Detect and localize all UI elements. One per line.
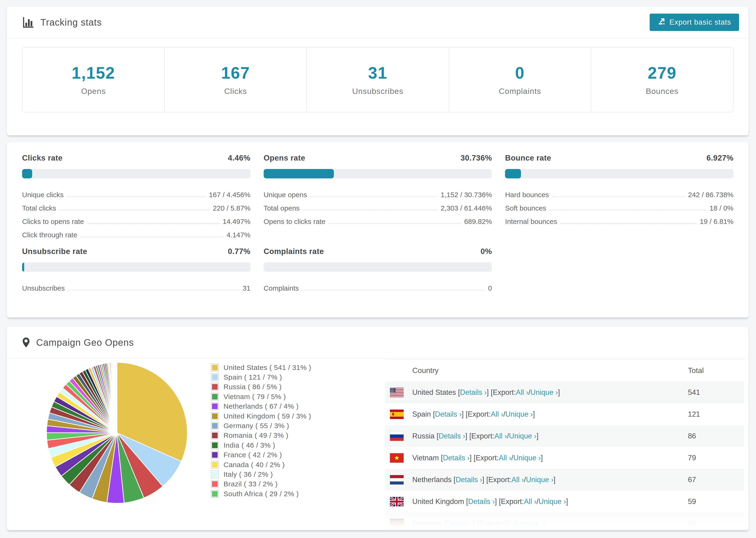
legend-label: United Kingdom ( 59 / 3% ) xyxy=(224,412,311,420)
details-link[interactable]: Details › xyxy=(446,519,473,528)
rate-detail-row-soft-bounces: Soft bounces18 / 0% xyxy=(505,200,733,213)
stat-card-complaints: 0Complaints xyxy=(449,47,591,112)
rate-detail-label: Soft bounces xyxy=(505,204,546,213)
rate-detail-row-total-opens: Total opens2,303 / 61.446% xyxy=(264,200,492,213)
export-unique-link[interactable]: Unique › xyxy=(530,388,558,397)
bracket: [ xyxy=(441,454,443,462)
legend-swatch-color xyxy=(212,462,218,467)
rate-card-header: Clicks rate4.46% xyxy=(22,153,250,162)
legend-swatch xyxy=(211,431,219,439)
rate-card-header: Unsubscribe rate0.77% xyxy=(22,247,250,256)
rate-detail-rows: Unsubscribes31 xyxy=(22,280,250,293)
export-all-link[interactable]: All › xyxy=(495,432,507,440)
rate-detail-label: Click through rate xyxy=(22,231,77,240)
legend-item-italy: Italy ( 36 / 2% ) xyxy=(211,469,311,479)
export-all-link[interactable]: All › xyxy=(524,497,536,506)
export-basic-stats-label: Export basic stats xyxy=(669,18,731,27)
geo-row-united-states: United States [Details ›] [Export: All ›… xyxy=(385,381,744,403)
legend-swatch-color xyxy=(212,404,218,409)
details-link[interactable]: Details › xyxy=(439,432,465,440)
rate-detail-label: Unique opens xyxy=(264,191,307,200)
legend-item-south-africa: South Africa ( 29 / 2% ) xyxy=(211,489,311,499)
legend-swatch-color xyxy=(212,413,218,419)
pie-legend: United States ( 541 / 31% )Spain ( 121 /… xyxy=(211,363,311,499)
legend-label: Spain ( 121 / 7% ) xyxy=(224,373,282,381)
geo-row-united-kingdom: United Kingdom [Details ›] [Export: All … xyxy=(385,491,744,512)
geo-row-germany: Germany [Details ›] [Export: All › / Uni… xyxy=(385,512,744,530)
legend-label: Netherlands ( 67 / 4% ) xyxy=(224,402,298,410)
geo-table: Country Total United States [Details ›] … xyxy=(385,359,744,530)
legend-label: Romania ( 49 / 3% ) xyxy=(224,431,288,439)
dotted-leader xyxy=(329,223,461,224)
rate-card-opens-rate: Opens rate30.736%Unique opens1,152 / 30.… xyxy=(264,153,492,240)
export-all-link[interactable]: All › xyxy=(491,410,503,418)
stat-value: 1,152 xyxy=(72,64,115,82)
export-all-link[interactable]: All › xyxy=(499,454,511,462)
export-unique-link[interactable]: Unique › xyxy=(517,519,544,528)
legend-item-united-kingdom: United Kingdom ( 59 / 3% ) xyxy=(211,411,311,421)
legend-label: Italy ( 36 / 2% ) xyxy=(224,470,273,478)
rate-detail-value: 31 xyxy=(243,284,250,293)
rate-detail-row-opens-to-clicks-rate: Opens to clicks rate689.82% xyxy=(264,213,492,227)
legend-swatch xyxy=(211,461,219,469)
country-cell: United States [Details ›] [Export: All ›… xyxy=(385,388,688,398)
rate-card-clicks-rate: Clicks rate4.46%Unique clicks167 / 4.456… xyxy=(22,153,250,240)
total-cell: 541 xyxy=(688,388,744,397)
progress-bar-track xyxy=(22,169,250,178)
export-all-link[interactable]: All › xyxy=(502,519,514,528)
export-all-link[interactable]: All › xyxy=(516,388,528,397)
export-unique-link[interactable]: Unique › xyxy=(513,454,541,462)
rate-detail-label: Clicks to opens rate xyxy=(22,218,84,227)
tracking-stats-title: Tracking stats xyxy=(22,16,102,28)
geo-row-vietnam: Vietnam [Details ›] [Export: All › / Uni… xyxy=(385,447,744,469)
legend-label: South Africa ( 29 / 2% ) xyxy=(224,490,298,498)
bracket: [ xyxy=(433,410,435,418)
bracket: ] [Export: xyxy=(487,388,516,397)
country-name: Netherlands xyxy=(412,476,454,484)
details-link[interactable]: Details › xyxy=(468,497,495,506)
stat-card-opens: 1,152Opens xyxy=(23,47,165,112)
tracking-stats-header: Tracking stats Export basic stats xyxy=(7,7,748,38)
export-basic-stats-button[interactable]: Export basic stats xyxy=(650,14,739,31)
export-all-link[interactable]: All › xyxy=(512,476,524,484)
rate-card-complaints-rate: Complaints rate0%Complaints0 xyxy=(264,247,492,293)
campaign-geo-title: Campaign Geo Opens xyxy=(22,337,134,348)
legend-swatch-color xyxy=(212,433,218,438)
rate-title: Complaints rate xyxy=(264,247,324,256)
details-link[interactable]: Details › xyxy=(460,388,487,397)
stat-value: 0 xyxy=(515,64,525,82)
dotted-leader xyxy=(87,223,219,224)
export-unique-link[interactable]: Unique › xyxy=(505,410,533,418)
legend-swatch xyxy=(211,490,219,498)
rate-detail-label: Total clicks xyxy=(22,204,56,213)
legend-swatch-color xyxy=(212,452,218,458)
country-name: Russia xyxy=(412,432,436,440)
details-link[interactable]: Details › xyxy=(443,454,469,462)
rate-detail-row-complaints: Complaints0 xyxy=(264,280,492,293)
separator: / xyxy=(536,497,539,506)
details-link[interactable]: Details › xyxy=(456,476,482,484)
export-unique-link[interactable]: Unique › xyxy=(539,497,566,506)
rate-detail-value: 242 / 86.738% xyxy=(688,191,734,200)
total-cell: 55 xyxy=(688,519,744,528)
country-cell: Germany [Details ›] [Export: All › / Uni… xyxy=(385,518,688,528)
geo-row-netherlands: Netherlands [Details ›] [Export: All › /… xyxy=(385,469,744,491)
rate-detail-row-total-clicks: Total clicks220 / 5.87% xyxy=(22,200,250,213)
rate-title: Unsubscribe rate xyxy=(22,247,87,256)
bar-chart-icon xyxy=(22,16,34,28)
ru-flag-icon xyxy=(390,431,404,441)
total-column-header: Total xyxy=(688,366,744,375)
stat-value: 167 xyxy=(221,64,250,82)
export-unique-link[interactable]: Unique › xyxy=(526,476,553,484)
dotted-leader xyxy=(310,196,437,197)
export-unique-link[interactable]: Unique › xyxy=(509,432,536,440)
legend-item-romania: Romania ( 49 / 3% ) xyxy=(211,431,311,440)
legend-label: Vietnam ( 79 / 5% ) xyxy=(224,393,286,401)
campaign-geo-header: Campaign Geo Opens xyxy=(7,327,748,359)
us-flag-icon xyxy=(390,388,404,398)
stat-card-clicks: 167Clicks xyxy=(165,47,307,112)
details-link[interactable]: Details › xyxy=(435,410,462,418)
rate-detail-value: 19 / 6.81% xyxy=(700,218,733,227)
bracket: ] xyxy=(544,519,546,528)
bracket: ] xyxy=(541,454,543,462)
